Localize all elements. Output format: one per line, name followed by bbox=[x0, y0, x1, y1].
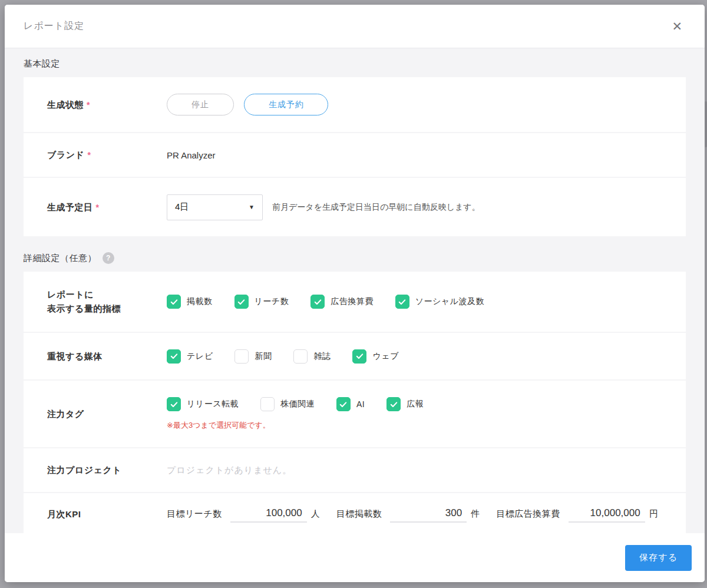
checkbox-icon bbox=[310, 295, 325, 309]
checkbox-icon bbox=[293, 349, 308, 364]
target-reach-input[interactable] bbox=[230, 506, 307, 523]
checkbox-newspaper[interactable]: 新聞 bbox=[234, 349, 272, 364]
target-ad-value-input[interactable] bbox=[569, 506, 645, 523]
kpi-target-reach: 目標リーチ数 人 bbox=[167, 506, 320, 523]
focus-tags-label: 注力タグ bbox=[47, 407, 167, 421]
checkbox-ad-value[interactable]: 広告換算費 bbox=[310, 295, 374, 309]
modal-header: レポート設定 ✕ bbox=[5, 5, 705, 48]
save-button[interactable]: 保存する bbox=[625, 545, 692, 571]
row-priority-media: 重視する媒体 テレビ 新聞 雑誌 bbox=[24, 333, 686, 379]
schedule-date-note: 前月データを生成予定日当日の早朝に自動反映します。 bbox=[272, 202, 480, 213]
schedule-date-select[interactable]: 4日 ▼ bbox=[167, 194, 263, 220]
schedule-date-label: 生成予定日* bbox=[47, 200, 167, 214]
checkbox-icon bbox=[234, 349, 249, 364]
checkbox-reach[interactable]: リーチ数 bbox=[234, 295, 289, 309]
section-basic-title: 基本設定 bbox=[24, 48, 686, 70]
checkbox-icon bbox=[167, 397, 181, 411]
focus-tags-limit-note: ※最大3つまで選択可能です。 bbox=[167, 420, 445, 431]
row-schedule-date: 生成予定日* 4日 ▼ 前月データを生成予定日当日の早朝に自動反映します。 bbox=[24, 178, 686, 236]
checkbox-web[interactable]: ウェブ bbox=[352, 349, 398, 364]
checkbox-stock-related[interactable]: 株価関連 bbox=[260, 397, 315, 411]
section-detail-title: 詳細設定（任意） ? bbox=[24, 242, 686, 264]
required-mark: * bbox=[87, 150, 91, 160]
basic-settings-label: 基本設定 bbox=[24, 58, 60, 70]
checkbox-icon bbox=[395, 295, 409, 309]
checkbox-icon bbox=[336, 397, 351, 411]
kpi-target-placements: 目標掲載数 件 bbox=[336, 506, 480, 523]
focus-projects-label: 注力プロジェクト bbox=[47, 463, 167, 477]
focus-tags-content: リリース転載 株価関連 AI 広報 bbox=[167, 397, 445, 431]
required-mark: * bbox=[87, 100, 90, 110]
checkbox-icon bbox=[234, 295, 249, 309]
checkbox-icon bbox=[260, 397, 275, 411]
row-monthly-kpi: 月次KPI 目標リーチ数 人 目標掲載数 件 目標広告換算費 bbox=[24, 493, 686, 533]
report-metrics-label: レポートに 表示する量的指標 bbox=[47, 288, 167, 316]
checkbox-magazine[interactable]: 雑誌 bbox=[293, 349, 331, 364]
required-mark: * bbox=[96, 203, 100, 212]
basic-settings-group: 生成状態* 停止 生成予約 ブランド* PR Analyzer 生成予定日* bbox=[24, 77, 686, 236]
checkbox-tv[interactable]: テレビ bbox=[167, 349, 213, 364]
checkbox-release-repost[interactable]: リリース転載 bbox=[167, 397, 239, 411]
kpi-target-ad-value: 目標広告換算費 円 bbox=[496, 506, 658, 523]
page-scrollbar[interactable] bbox=[705, 101, 707, 147]
status-stop-button[interactable]: 停止 bbox=[167, 94, 234, 115]
close-icon[interactable]: ✕ bbox=[668, 18, 686, 35]
detail-settings-group: レポートに 表示する量的指標 掲載数 リーチ数 広告換算費 bbox=[24, 272, 686, 533]
checkbox-pr[interactable]: 広報 bbox=[386, 397, 424, 411]
row-focus-projects: 注力プロジェクト プロジェクトがありません。 bbox=[24, 448, 686, 492]
brand-label: ブランド* bbox=[47, 148, 167, 162]
priority-media-label: 重視する媒体 bbox=[47, 349, 167, 364]
checkbox-keisaisu[interactable]: 掲載数 bbox=[167, 295, 213, 309]
brand-value: PR Analyzer bbox=[167, 150, 216, 160]
focus-projects-placeholder: プロジェクトがありません。 bbox=[167, 465, 292, 476]
modal-body: 基本設定 生成状態* 停止 生成予約 ブランド* PR Analyzer bbox=[5, 48, 705, 533]
status-scheduled-button[interactable]: 生成予約 bbox=[244, 94, 328, 115]
modal-title: レポート設定 bbox=[24, 20, 84, 32]
row-brand: ブランド* PR Analyzer bbox=[24, 133, 686, 177]
focus-tags-options: リリース転載 株価関連 AI 広報 bbox=[167, 397, 445, 411]
checkbox-icon bbox=[386, 397, 401, 411]
row-report-metrics: レポートに 表示する量的指標 掲載数 リーチ数 広告換算費 bbox=[24, 272, 686, 332]
report-metrics-options: 掲載数 リーチ数 広告換算費 ソーシャル波及数 bbox=[167, 295, 506, 309]
row-focus-tags: 注力タグ リリース転載 株価関連 AI bbox=[24, 381, 686, 447]
modal-footer: 保存する bbox=[5, 533, 705, 582]
generation-status-options: 停止 生成予約 bbox=[167, 94, 328, 115]
monthly-kpi-label: 月次KPI bbox=[47, 507, 167, 521]
schedule-date-value: 4日 bbox=[175, 201, 189, 213]
monthly-kpi-fields: 目標リーチ数 人 目標掲載数 件 目標広告換算費 円 bbox=[167, 506, 675, 523]
row-generation-status: 生成状態* 停止 生成予約 bbox=[24, 77, 686, 132]
checkbox-icon bbox=[352, 349, 366, 364]
detail-settings-label: 詳細設定（任意） bbox=[24, 253, 97, 264]
generation-status-label: 生成状態* bbox=[47, 98, 167, 112]
priority-media-options: テレビ 新聞 雑誌 ウェブ bbox=[167, 349, 421, 364]
help-icon[interactable]: ? bbox=[103, 252, 114, 264]
checkbox-icon bbox=[167, 295, 181, 309]
report-settings-modal: レポート設定 ✕ 基本設定 生成状態* 停止 生成予約 ブランド* bbox=[5, 5, 705, 582]
checkbox-ai[interactable]: AI bbox=[336, 397, 365, 411]
chevron-down-icon: ▼ bbox=[249, 204, 255, 210]
checkbox-icon bbox=[167, 349, 181, 364]
checkbox-social-spread[interactable]: ソーシャル波及数 bbox=[395, 295, 484, 309]
target-placements-input[interactable] bbox=[390, 506, 467, 523]
